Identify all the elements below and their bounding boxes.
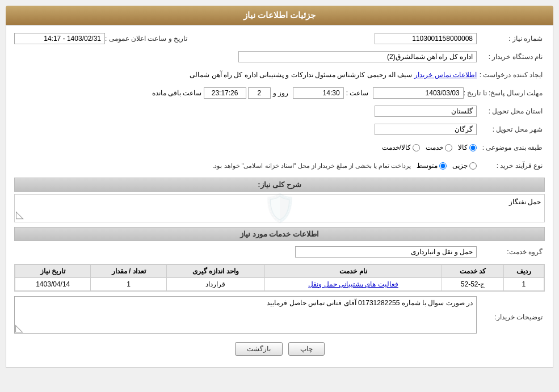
taife-radio-kalakhadamat[interactable] [413, 144, 420, 151]
taife-radio-group: کالا خدمت کالا/خدمت [382, 144, 477, 151]
mohlat-date-input[interactable] [373, 87, 464, 99]
taarikh-ilan-label: تاریخ و ساعت اعلان عمومی : [105, 35, 190, 43]
ostan-label: استان محل تحویل : [477, 107, 545, 115]
header-title: جزئیات اطلاعات نیاز [243, 10, 316, 20]
tosif-label: توضیحات خریدار: [477, 311, 545, 321]
taife-label-kala: کالا [458, 144, 468, 151]
mohlat-countdown-label: ساعت باقی مانده [152, 89, 202, 97]
farayand-radio-group: جزیی متوسط [417, 162, 477, 170]
taife-row: طبقه بندی موضوعی : کالا خدمت کالا/خدمت [14, 140, 545, 155]
main-card: شماره نیاز : تاریخ و ساعت اعلان عمومی : … [6, 25, 553, 368]
resize-handle-icon: ◺ [16, 208, 24, 221]
farayand-option-motavaset[interactable]: متوسط [417, 162, 447, 170]
mohlat-label: مهلت ارسال پاسخ: تا تاریخ : [464, 89, 545, 97]
ijad-konande-label: ایجاد کننده درخواست : [477, 71, 545, 79]
nam-dastgah-row: نام دستگاه خریدار : [14, 49, 545, 64]
mohlat-saat-input[interactable] [293, 87, 344, 99]
nam-dastgah-input[interactable] [238, 51, 477, 62]
sharh-koli-container: 🛡️ حمل نفتگاز ◺ [14, 194, 545, 222]
table-row: 1 ج-52-52 فعالیت های پشتیبانی حمل ونقل ق… [15, 278, 544, 291]
tosif-label-row: توضیحات خریدار: در صورت سوال با شماره 01… [14, 296, 545, 335]
ostan-input[interactable] [375, 106, 477, 117]
sharh-koli-value: حمل نفتگاز [509, 198, 541, 206]
shomara-niaz-row: شماره نیاز : تاریخ و ساعت اعلان عمومی : [14, 31, 545, 46]
mohlat-row: مهلت ارسال پاسخ: تا تاریخ : ساعت : روز و… [14, 86, 545, 100]
mohlat-saat-label: ساعت : [346, 89, 369, 97]
shahr-label: شهر محل تحویل : [477, 125, 545, 133]
sharh-koli-title: شرح کلی نیاز: [14, 178, 545, 192]
cell-vahed: قرارداد [166, 278, 264, 291]
cell-tarikh: 1403/04/14 [15, 278, 91, 291]
watermark: 🛡️ [263, 192, 297, 224]
cell-radif: 1 [503, 278, 544, 291]
tosif-textarea[interactable]: در صورت سوال با شماره 01731282255 آقای ف… [14, 296, 477, 334]
col-radif: ردیف [503, 265, 544, 278]
cell-kod: ج-52-52 [442, 278, 503, 291]
cell-tedad: 1 [91, 278, 166, 291]
tosif-section: توضیحات خریدار: در صورت سوال با شماره 01… [14, 296, 545, 335]
ijad-konande-value: سیف اله رحیمی کارشناس مسئول تدارکات و پش… [190, 71, 412, 79]
mohlat-rooz-input[interactable] [248, 87, 271, 99]
print-button[interactable]: چاپ [288, 342, 325, 356]
page-container: جزئیات اطلاعات نیاز شماره نیاز : تاریخ و… [0, 0, 559, 392]
taife-option-kalakhadamat[interactable]: کالا/خدمت [382, 144, 420, 151]
cell-nam[interactable]: فعالیت های پشتیبانی حمل ونقل [264, 278, 442, 291]
shomara-niaz-input[interactable] [375, 33, 477, 44]
khadamat-table: ردیف کد خدمت نام خدمت واحد اندازه گیری ت… [15, 264, 544, 291]
farayand-radio-motavaset[interactable] [439, 162, 447, 170]
farayand-radio-jozii[interactable] [469, 162, 477, 170]
shahr-input[interactable] [375, 124, 477, 135]
col-kod: کد خدمت [442, 265, 503, 278]
taife-label: طبقه بندی موضوعی : [477, 144, 545, 151]
ijad-konande-link[interactable]: اطلاعات تماس خریدار [414, 71, 477, 79]
gorooh-khadamat-row: گروه خدمت: [14, 245, 545, 259]
farayand-note: پرداخت تمام یا بخشی از مبلغ خریدار از مح… [212, 162, 411, 170]
col-nam: نام خدمت [264, 265, 442, 278]
ijad-konande-row: ایجاد کننده درخواست : اطلاعات تماس خریدا… [14, 68, 545, 82]
farayand-label-motavaset: متوسط [417, 162, 438, 170]
taife-label-khadamat: خدمت [426, 144, 443, 151]
nam-dastgah-label: نام دستگاه خریدار : [477, 53, 545, 61]
tosif-container: در صورت سوال با شماره 01731282255 آقای ف… [14, 296, 477, 335]
sharh-koli-section: شرح کلی نیاز: 🛡️ حمل نفتگاز ◺ [14, 178, 545, 222]
col-tedad: تعداد / مقدار [91, 265, 166, 278]
col-vahed: واحد اندازه گیری [166, 265, 264, 278]
shahr-row: شهر محل تحویل : [14, 122, 545, 137]
taife-label-kalakhadamat: کالا/خدمت [382, 144, 411, 151]
taife-radio-kala[interactable] [469, 144, 477, 151]
mohlat-countdown-input[interactable] [204, 87, 246, 99]
taife-option-khadamat[interactable]: خدمت [426, 144, 452, 151]
taarikh-ilan-input[interactable] [14, 33, 105, 44]
khadamat-table-container: ردیف کد خدمت نام خدمت واحد اندازه گیری ت… [14, 264, 545, 292]
mohlat-rooz-label: روز و [273, 89, 288, 97]
col-tarikh: تاریخ نیاز [15, 265, 91, 278]
taife-radio-khadamat[interactable] [445, 144, 452, 151]
gorooh-khadamat-label: گروه خدمت: [477, 248, 545, 256]
gorooh-khadamat-input[interactable] [295, 246, 477, 258]
shomara-niaz-label: شماره نیاز : [477, 35, 545, 43]
farayand-label: نوع فرآیند خرید : [477, 162, 545, 170]
farayand-label-jozii: جزیی [452, 162, 468, 170]
farayand-option-jozii[interactable]: جزیی [452, 162, 477, 170]
back-button[interactable]: بازگشت [235, 342, 283, 356]
taife-option-kala[interactable]: کالا [458, 144, 477, 151]
farayand-row: نوع فرآیند خرید : جزیی متوسط پرداخت تمام… [14, 158, 545, 173]
resize-icon: ◺ [15, 322, 23, 334]
khadamat-title: اطلاعات خدمات مورد نیاز [14, 227, 545, 241]
ostan-row: استان محل تحویل : [14, 104, 545, 119]
buttons-row: چاپ بازگشت [14, 342, 545, 361]
page-header: جزئیات اطلاعات نیاز [6, 6, 553, 25]
